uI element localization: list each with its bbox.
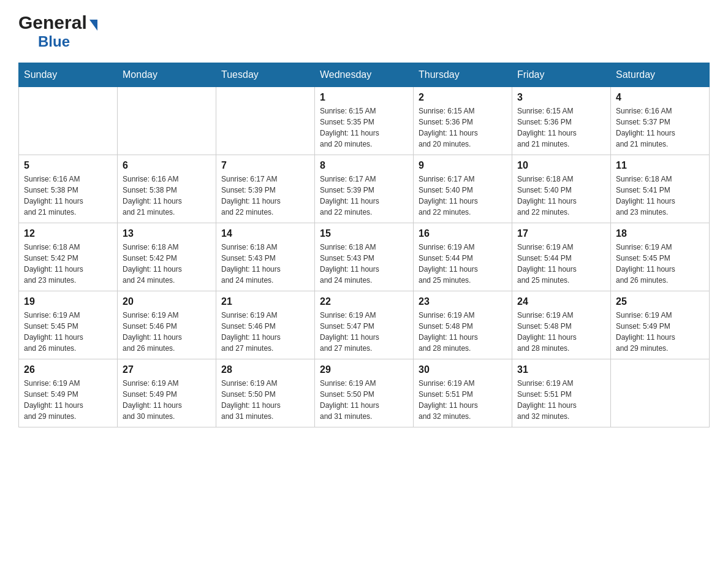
column-header-tuesday: Tuesday [216, 63, 315, 87]
day-info: Sunrise: 6:16 AM Sunset: 5:38 PM Dayligh… [123, 174, 211, 218]
day-info: Sunrise: 6:17 AM Sunset: 5:39 PM Dayligh… [221, 174, 309, 218]
day-info: Sunrise: 6:19 AM Sunset: 5:48 PM Dayligh… [419, 310, 507, 354]
calendar-cell: 20Sunrise: 6:19 AM Sunset: 5:46 PM Dayli… [118, 291, 216, 359]
calendar-cell [19, 87, 118, 155]
day-number: 10 [517, 160, 605, 171]
day-info: Sunrise: 6:19 AM Sunset: 5:51 PM Dayligh… [419, 378, 507, 422]
logo-triangle-icon [89, 20, 97, 31]
calendar-cell: 6Sunrise: 6:16 AM Sunset: 5:38 PM Daylig… [118, 155, 216, 223]
calendar-cell: 13Sunrise: 6:18 AM Sunset: 5:42 PM Dayli… [118, 223, 216, 291]
calendar-cell: 23Sunrise: 6:19 AM Sunset: 5:48 PM Dayli… [414, 291, 512, 359]
day-info: Sunrise: 6:15 AM Sunset: 5:36 PM Dayligh… [517, 105, 605, 150]
day-number: 21 [221, 296, 309, 307]
calendar-cell: 27Sunrise: 6:19 AM Sunset: 5:49 PM Dayli… [118, 359, 216, 427]
page-header: General Blue [18, 12, 710, 50]
day-number: 27 [123, 364, 211, 375]
day-number: 5 [24, 160, 112, 171]
day-info: Sunrise: 6:18 AM Sunset: 5:40 PM Dayligh… [517, 174, 605, 218]
day-number: 20 [123, 296, 211, 307]
day-info: Sunrise: 6:17 AM Sunset: 5:39 PM Dayligh… [320, 174, 408, 218]
column-header-friday: Friday [512, 63, 611, 87]
day-number: 6 [123, 160, 211, 171]
day-number: 22 [320, 296, 408, 307]
day-number: 2 [419, 92, 507, 103]
day-number: 29 [320, 364, 408, 375]
day-info: Sunrise: 6:19 AM Sunset: 5:46 PM Dayligh… [123, 310, 211, 354]
calendar-cell: 1Sunrise: 6:15 AM Sunset: 5:35 PM Daylig… [315, 87, 414, 155]
calendar-cell: 19Sunrise: 6:19 AM Sunset: 5:45 PM Dayli… [19, 291, 118, 359]
day-info: Sunrise: 6:19 AM Sunset: 5:49 PM Dayligh… [123, 378, 211, 422]
day-number: 14 [221, 228, 309, 239]
calendar-cell: 29Sunrise: 6:19 AM Sunset: 5:50 PM Dayli… [315, 359, 414, 427]
day-number: 12 [24, 228, 112, 239]
day-number: 18 [616, 228, 704, 239]
day-info: Sunrise: 6:18 AM Sunset: 5:41 PM Dayligh… [616, 174, 704, 218]
calendar-cell: 3Sunrise: 6:15 AM Sunset: 5:36 PM Daylig… [512, 87, 611, 155]
day-info: Sunrise: 6:19 AM Sunset: 5:50 PM Dayligh… [320, 378, 408, 422]
day-info: Sunrise: 6:18 AM Sunset: 5:43 PM Dayligh… [320, 242, 408, 286]
calendar-week-row: 1Sunrise: 6:15 AM Sunset: 5:35 PM Daylig… [19, 87, 710, 155]
day-number: 23 [419, 296, 507, 307]
calendar-cell: 21Sunrise: 6:19 AM Sunset: 5:46 PM Dayli… [216, 291, 315, 359]
calendar-cell: 4Sunrise: 6:16 AM Sunset: 5:37 PM Daylig… [611, 87, 710, 155]
day-info: Sunrise: 6:16 AM Sunset: 5:38 PM Dayligh… [24, 174, 112, 218]
day-number: 15 [320, 228, 408, 239]
day-info: Sunrise: 6:18 AM Sunset: 5:43 PM Dayligh… [221, 242, 309, 286]
calendar-cell: 22Sunrise: 6:19 AM Sunset: 5:47 PM Dayli… [315, 291, 414, 359]
day-info: Sunrise: 6:19 AM Sunset: 5:45 PM Dayligh… [24, 310, 112, 354]
day-number: 28 [221, 364, 309, 375]
day-number: 25 [616, 296, 704, 307]
day-info: Sunrise: 6:18 AM Sunset: 5:42 PM Dayligh… [123, 242, 211, 286]
calendar-cell: 25Sunrise: 6:19 AM Sunset: 5:49 PM Dayli… [611, 291, 710, 359]
calendar-cell: 16Sunrise: 6:19 AM Sunset: 5:44 PM Dayli… [414, 223, 512, 291]
calendar-cell [118, 87, 216, 155]
logo-blue-text: Blue [38, 33, 70, 50]
day-info: Sunrise: 6:18 AM Sunset: 5:42 PM Dayligh… [24, 242, 112, 286]
day-info: Sunrise: 6:19 AM Sunset: 5:47 PM Dayligh… [320, 310, 408, 354]
day-number: 11 [616, 160, 704, 171]
day-info: Sunrise: 6:19 AM Sunset: 5:44 PM Dayligh… [517, 242, 605, 286]
calendar-cell: 8Sunrise: 6:17 AM Sunset: 5:39 PM Daylig… [315, 155, 414, 223]
calendar-cell [216, 87, 315, 155]
day-number: 30 [419, 364, 507, 375]
calendar-cell: 2Sunrise: 6:15 AM Sunset: 5:36 PM Daylig… [414, 87, 512, 155]
column-header-monday: Monday [118, 63, 216, 87]
calendar-cell: 31Sunrise: 6:19 AM Sunset: 5:51 PM Dayli… [512, 359, 611, 427]
calendar-cell: 28Sunrise: 6:19 AM Sunset: 5:50 PM Dayli… [216, 359, 315, 427]
column-header-sunday: Sunday [19, 63, 118, 87]
column-header-thursday: Thursday [414, 63, 512, 87]
calendar-week-row: 19Sunrise: 6:19 AM Sunset: 5:45 PM Dayli… [19, 291, 710, 359]
day-info: Sunrise: 6:19 AM Sunset: 5:51 PM Dayligh… [517, 378, 605, 422]
day-number: 1 [320, 92, 408, 103]
column-header-saturday: Saturday [611, 63, 710, 87]
day-info: Sunrise: 6:17 AM Sunset: 5:40 PM Dayligh… [419, 174, 507, 218]
calendar-cell [611, 359, 710, 427]
day-info: Sunrise: 6:19 AM Sunset: 5:49 PM Dayligh… [616, 310, 704, 354]
day-number: 7 [221, 160, 309, 171]
calendar-cell: 9Sunrise: 6:17 AM Sunset: 5:40 PM Daylig… [414, 155, 512, 223]
calendar-table: SundayMondayTuesdayWednesdayThursdayFrid… [18, 63, 710, 427]
calendar-cell: 7Sunrise: 6:17 AM Sunset: 5:39 PM Daylig… [216, 155, 315, 223]
day-number: 17 [517, 228, 605, 239]
calendar-cell: 17Sunrise: 6:19 AM Sunset: 5:44 PM Dayli… [512, 223, 611, 291]
calendar-week-row: 5Sunrise: 6:16 AM Sunset: 5:38 PM Daylig… [19, 155, 710, 223]
calendar-cell: 30Sunrise: 6:19 AM Sunset: 5:51 PM Dayli… [414, 359, 512, 427]
day-number: 8 [320, 160, 408, 171]
day-number: 9 [419, 160, 507, 171]
calendar-cell: 26Sunrise: 6:19 AM Sunset: 5:49 PM Dayli… [19, 359, 118, 427]
logo: General Blue [18, 12, 97, 50]
calendar-week-row: 12Sunrise: 6:18 AM Sunset: 5:42 PM Dayli… [19, 223, 710, 291]
calendar-cell: 14Sunrise: 6:18 AM Sunset: 5:43 PM Dayli… [216, 223, 315, 291]
calendar-cell: 18Sunrise: 6:19 AM Sunset: 5:45 PM Dayli… [611, 223, 710, 291]
day-number: 3 [517, 92, 605, 103]
calendar-cell: 15Sunrise: 6:18 AM Sunset: 5:43 PM Dayli… [315, 223, 414, 291]
day-info: Sunrise: 6:15 AM Sunset: 5:36 PM Dayligh… [419, 105, 507, 150]
calendar-cell: 24Sunrise: 6:19 AM Sunset: 5:48 PM Dayli… [512, 291, 611, 359]
day-info: Sunrise: 6:19 AM Sunset: 5:49 PM Dayligh… [24, 378, 112, 422]
day-info: Sunrise: 6:19 AM Sunset: 5:46 PM Dayligh… [221, 310, 309, 354]
day-number: 24 [517, 296, 605, 307]
day-info: Sunrise: 6:16 AM Sunset: 5:37 PM Dayligh… [616, 105, 704, 150]
day-number: 31 [517, 364, 605, 375]
day-info: Sunrise: 6:15 AM Sunset: 5:35 PM Dayligh… [320, 105, 408, 150]
calendar-cell: 5Sunrise: 6:16 AM Sunset: 5:38 PM Daylig… [19, 155, 118, 223]
